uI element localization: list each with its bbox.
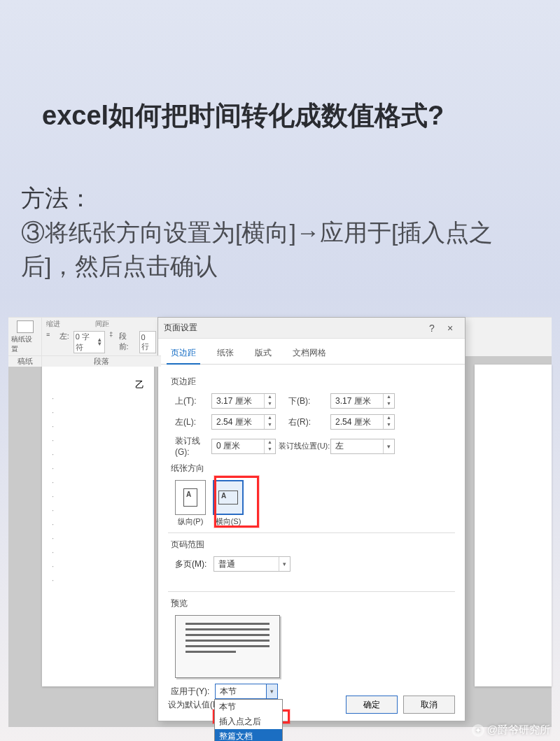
manuscript-icon — [17, 320, 34, 333]
page-setup-dialog: 页面设置 ? × 页边距 纸张 版式 文档网格 页边距 上(T): 3.17 厘… — [158, 317, 465, 721]
tab-margins[interactable]: 页边距 — [167, 343, 200, 365]
tab-docgrid[interactable]: 文档网格 — [288, 343, 330, 364]
cancel-button[interactable]: 取消 — [403, 696, 455, 714]
method-text: ③将纸张方向设置为[横向]→应用于[插入点之后]，然后点击确认 — [21, 216, 539, 283]
gutter-pos-label: 装订线位置(U): — [276, 441, 330, 451]
indent-left-label: 左: — [59, 331, 69, 353]
margin-bottom-label: 下(B): — [276, 395, 330, 407]
preview-thumbnail — [175, 615, 280, 678]
margins-section-label: 页边距 — [171, 376, 455, 388]
dialog-titlebar[interactable]: 页面设置 ? × — [158, 318, 465, 339]
dialog-tabs: 页边距 纸张 版式 文档网格 — [158, 339, 465, 365]
pagerange-section-label: 页码范围 — [171, 539, 455, 551]
apply-option-section[interactable]: 本节 — [215, 700, 282, 714]
orientation-portrait-label: 纵向(P) — [175, 516, 206, 527]
tab-layout[interactable]: 版式 — [251, 343, 276, 364]
multipage-select[interactable]: 普通▾ — [214, 556, 290, 572]
margin-top-input[interactable]: 3.17 厘米▲▼ — [211, 393, 276, 409]
orientation-portrait[interactable]: A 纵向(P) — [175, 480, 206, 527]
orientation-landscape-label: 横向(S) — [213, 516, 244, 527]
ribbon-group-manuscript: 稿纸 — [8, 356, 42, 367]
spacing-before-input[interactable]: 0 行 — [139, 331, 156, 353]
indent-left-input[interactable]: 0 字符▲▼ — [74, 331, 106, 353]
ribbon-pane-manuscript[interactable]: 稿纸设置 — [8, 318, 42, 356]
ribbon-manuscript-label: 稿纸设置 — [11, 334, 38, 354]
orientation-landscape[interactable]: A 横向(S) — [213, 480, 244, 527]
indent-header: 缩进 — [46, 319, 91, 329]
margin-right-input[interactable]: 2.54 厘米▲▼ — [330, 414, 395, 430]
gutter-pos-select[interactable]: 左▾ — [330, 439, 395, 454]
multipage-label: 多页(M): — [175, 558, 206, 570]
document-page-right — [475, 365, 552, 686]
preview-section-label: 预览 — [171, 598, 455, 609]
spacing-before-label: 段前: — [119, 331, 135, 353]
help-button[interactable]: ? — [423, 323, 441, 334]
margin-left-label: 左(L): — [175, 416, 211, 428]
watermark: ✦ @爵爷研究所 — [472, 724, 550, 737]
apply-option-after-insert[interactable]: 插入点之后 — [215, 714, 282, 729]
orientation-section-label: 纸张方向 — [171, 463, 455, 474]
margin-top-label: 上(T): — [175, 395, 211, 407]
doc-char: 乙 — [52, 379, 144, 391]
paw-icon: ✦ — [472, 724, 484, 737]
ok-button[interactable]: 确定 — [346, 696, 398, 714]
spacing-header: 间距 — [95, 319, 109, 329]
close-button[interactable]: × — [441, 323, 459, 334]
margin-bottom-input[interactable]: 3.17 厘米▲▼ — [330, 393, 395, 409]
ribbon-group-paragraph: 段落 — [42, 356, 161, 367]
dialog-title: 页面设置 — [164, 322, 197, 334]
method-label: 方法： — [21, 183, 539, 215]
page-title: excel如何把时间转化成数值格式? — [42, 98, 525, 134]
apply-option-whole-doc[interactable]: 整篇文档 — [215, 729, 282, 741]
watermark-text: @爵爷研究所 — [487, 724, 550, 737]
tab-paper[interactable]: 纸张 — [213, 343, 238, 364]
document-page-left: 乙 ··· ··· ··· ··· ·· — [42, 365, 154, 686]
gutter-input[interactable]: 0 厘米▲▼ — [211, 439, 276, 454]
gutter-label: 装订线(G): — [175, 435, 211, 457]
apply-to-dropdown[interactable]: 本节 插入点之后 整篇文档 — [214, 699, 283, 741]
margin-right-label: 右(R): — [276, 416, 330, 428]
margin-left-input[interactable]: 2.54 厘米▲▼ — [211, 414, 276, 430]
ribbon-pane-paragraph: 缩进 间距 ≡ 左: 0 字符▲▼ ‡ 段前: 0 行 ≡ 右: 0 字符▲▼ … — [42, 318, 161, 356]
